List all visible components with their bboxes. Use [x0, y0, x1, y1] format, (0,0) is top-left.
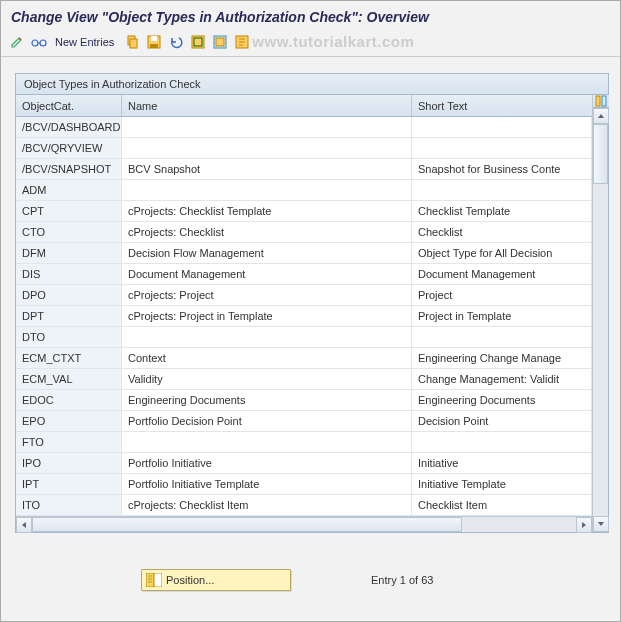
col-header-shorttext[interactable]: Short Text	[412, 95, 592, 116]
cell-name[interactable]: BCV Snapshot	[122, 159, 412, 179]
cell-name[interactable]: Document Management	[122, 264, 412, 284]
cell-name[interactable]: Portfolio Decision Point	[122, 411, 412, 431]
svg-point-1	[40, 40, 46, 46]
table-row[interactable]: IPTPortfolio Initiative TemplateInitiati…	[16, 474, 592, 495]
cell-objectcat[interactable]: DTO	[16, 327, 122, 347]
cell-shorttext[interactable]	[412, 138, 592, 158]
cell-name[interactable]: cProjects: Checklist	[122, 222, 412, 242]
cell-name[interactable]: cProjects: Project	[122, 285, 412, 305]
cell-name[interactable]	[122, 117, 412, 137]
table-row[interactable]: /BCV/SNAPSHOTBCV SnapshotSnapshot for Bu…	[16, 159, 592, 180]
deselect-icon[interactable]	[212, 34, 228, 50]
cell-name[interactable]	[122, 180, 412, 200]
cell-shorttext[interactable]	[412, 327, 592, 347]
column-config-icon[interactable]	[593, 95, 609, 108]
table-row[interactable]: DISDocument ManagementDocument Managemen…	[16, 264, 592, 285]
cell-objectcat[interactable]: ECM_VAL	[16, 369, 122, 389]
cell-name[interactable]: Validity	[122, 369, 412, 389]
table-row[interactable]: /BCV/QRYVIEW	[16, 138, 592, 159]
table-row[interactable]: ITOcProjects: Checklist ItemChecklist It…	[16, 495, 592, 516]
table-row[interactable]: EDOCEngineering DocumentsEngineering Doc…	[16, 390, 592, 411]
cell-objectcat[interactable]: IPO	[16, 453, 122, 473]
cell-name[interactable]: Decision Flow Management	[122, 243, 412, 263]
cell-name[interactable]	[122, 138, 412, 158]
table-row[interactable]: DTO	[16, 327, 592, 348]
cell-shorttext[interactable]: Document Management	[412, 264, 592, 284]
cell-shorttext[interactable]: Snapshot for Business Conte	[412, 159, 592, 179]
undo-icon[interactable]	[168, 34, 184, 50]
cell-objectcat[interactable]: FTO	[16, 432, 122, 452]
cell-objectcat[interactable]: /BCV/SNAPSHOT	[16, 159, 122, 179]
cell-objectcat[interactable]: DPT	[16, 306, 122, 326]
copy-icon[interactable]	[124, 34, 140, 50]
cell-shorttext[interactable]: Decision Point	[412, 411, 592, 431]
table-row[interactable]: CTOcProjects: ChecklistChecklist	[16, 222, 592, 243]
table-row[interactable]: ECM_VALValidityChange Management: Validi…	[16, 369, 592, 390]
cell-name[interactable]: cProjects: Checklist Item	[122, 495, 412, 515]
cell-shorttext[interactable]	[412, 432, 592, 452]
cell-shorttext[interactable]: Initiative Template	[412, 474, 592, 494]
cell-shorttext[interactable]	[412, 180, 592, 200]
cell-name[interactable]: Portfolio Initiative	[122, 453, 412, 473]
table-row[interactable]: EPOPortfolio Decision PointDecision Poin…	[16, 411, 592, 432]
cell-objectcat[interactable]: ADM	[16, 180, 122, 200]
scroll-down-icon[interactable]	[593, 516, 609, 532]
cell-shorttext[interactable]: Object Type for All Decision	[412, 243, 592, 263]
table-row[interactable]: DPOcProjects: ProjectProject	[16, 285, 592, 306]
cell-shorttext[interactable]: Checklist Template	[412, 201, 592, 221]
cell-objectcat[interactable]: /BCV/QRYVIEW	[16, 138, 122, 158]
table-row[interactable]: ADM	[16, 180, 592, 201]
cell-objectcat[interactable]: DPO	[16, 285, 122, 305]
cell-name[interactable]: cProjects: Project in Template	[122, 306, 412, 326]
vertical-scrollbar[interactable]	[592, 95, 608, 532]
col-header-name[interactable]: Name	[122, 95, 412, 116]
scroll-left-icon[interactable]	[16, 517, 32, 533]
table-row[interactable]: FTO	[16, 432, 592, 453]
cell-name[interactable]: Engineering Documents	[122, 390, 412, 410]
horizontal-scrollbar[interactable]	[16, 516, 592, 532]
scroll-right-icon[interactable]	[576, 517, 592, 533]
cell-objectcat[interactable]: DFM	[16, 243, 122, 263]
cell-name[interactable]	[122, 327, 412, 347]
position-button[interactable]: Position...	[141, 569, 291, 591]
cell-shorttext[interactable]	[412, 117, 592, 137]
cell-shorttext[interactable]: Checklist	[412, 222, 592, 242]
table-row[interactable]: CPTcProjects: Checklist TemplateChecklis…	[16, 201, 592, 222]
cell-name[interactable]	[122, 432, 412, 452]
cell-shorttext[interactable]: Project in Template	[412, 306, 592, 326]
cell-objectcat[interactable]: IPT	[16, 474, 122, 494]
new-entries-button[interactable]: New Entries	[53, 36, 118, 48]
cell-objectcat[interactable]: CTO	[16, 222, 122, 242]
cell-shorttext[interactable]: Checklist Item	[412, 495, 592, 515]
cell-shorttext[interactable]: Engineering Change Manage	[412, 348, 592, 368]
cell-objectcat[interactable]: /BCV/DASHBOARD	[16, 117, 122, 137]
scroll-up-icon[interactable]	[593, 108, 609, 124]
cell-name[interactable]: Context	[122, 348, 412, 368]
select-all-icon[interactable]	[190, 34, 206, 50]
cell-objectcat[interactable]: ECM_CTXT	[16, 348, 122, 368]
scroll-thumb-horizontal[interactable]	[32, 517, 462, 532]
table-row[interactable]: DPTcProjects: Project in TemplateProject…	[16, 306, 592, 327]
col-header-objectcat[interactable]: ObjectCat.	[16, 95, 122, 116]
glasses-icon[interactable]	[31, 34, 47, 50]
cell-shorttext[interactable]: Project	[412, 285, 592, 305]
cell-objectcat[interactable]: ITO	[16, 495, 122, 515]
cell-objectcat[interactable]: DIS	[16, 264, 122, 284]
cell-shorttext[interactable]: Initiative	[412, 453, 592, 473]
scroll-thumb-vertical[interactable]	[593, 124, 608, 184]
cell-objectcat[interactable]: EPO	[16, 411, 122, 431]
cell-objectcat[interactable]: CPT	[16, 201, 122, 221]
save-icon[interactable]	[146, 34, 162, 50]
cell-name[interactable]: cProjects: Checklist Template	[122, 201, 412, 221]
table-row[interactable]: DFMDecision Flow ManagementObject Type f…	[16, 243, 592, 264]
cell-objectcat[interactable]: EDOC	[16, 390, 122, 410]
app-window: Change View "Object Types in Authorizati…	[0, 0, 621, 622]
print-icon[interactable]	[234, 34, 250, 50]
table-row[interactable]: /BCV/DASHBOARD	[16, 117, 592, 138]
cell-shorttext[interactable]: Engineering Documents	[412, 390, 592, 410]
change-icon[interactable]	[9, 34, 25, 50]
table-row[interactable]: IPOPortfolio InitiativeInitiative	[16, 453, 592, 474]
cell-shorttext[interactable]: Change Management: Validit	[412, 369, 592, 389]
table-row[interactable]: ECM_CTXTContextEngineering Change Manage	[16, 348, 592, 369]
cell-name[interactable]: Portfolio Initiative Template	[122, 474, 412, 494]
